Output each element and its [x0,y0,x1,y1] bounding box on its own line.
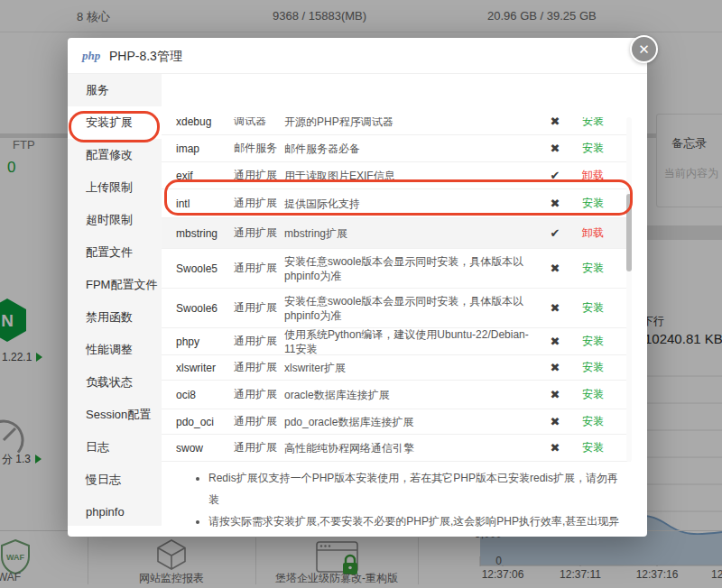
sidebar-item-phpinfo[interactable]: phpinfo [68,496,162,526]
php-logo: php [82,49,100,63]
ext-name: oci8 [162,389,234,401]
stat-disk: 20.96 GB / 39.25 GB [487,9,597,23]
monitor-card-label: 网站监控报表 [90,571,253,586]
php-manage-modal: php PHP-8.3管理 ✕ 服务安装扩展配置修改上传限制超时限制配置文件FP… [68,38,647,537]
not-installed-x-icon: ✖ [541,361,569,374]
not-installed-x-icon: ✖ [541,415,569,428]
memo-card [656,114,722,207]
table-scrollbar-thumb[interactable] [626,194,632,271]
modal-header: php PHP-8.3管理 [68,38,647,74]
install-link-swow[interactable]: 安装 [569,440,616,455]
install-link-xlswriter[interactable]: 安装 [569,360,616,375]
ext-name: exif [162,170,234,182]
ext-type: 通用扩展 [234,387,284,402]
ext-type: 通用扩展 [234,261,284,276]
ext-type: 通用扩展 [234,440,284,455]
x-tick: 12 [711,568,722,581]
install-link-phpy[interactable]: 安装 [569,334,616,349]
ext-desc: pdo_oracle数据库连接扩展 [284,415,541,429]
not-installed-x-icon: ✖ [541,142,569,155]
install-link-intl[interactable]: 安装 [569,196,616,211]
not-installed-x-icon: ✖ [541,441,569,455]
installed-check-icon: ✔ [541,169,569,182]
x-tick: 12:37:16 [630,568,684,581]
load-score: 分 1.3 [2,452,42,467]
sidebar-item-服务[interactable]: 服务 [68,74,162,106]
sidebar-item-配置修改[interactable]: 配置修改 [68,139,162,171]
sidebar-item-Session配置[interactable]: Session配置 [68,399,162,431]
ext-desc: 提供国际化支持 [284,197,541,211]
ext-name: swow [162,442,234,455]
sidebar-item-上传限制[interactable]: 上传限制 [68,171,162,204]
ext-desc: 用于读取图片EXIF信息 [284,169,541,183]
table-row-exif: exif通用扩展用于读取图片EXIF信息✔卸载 [162,162,631,189]
table-row-mbstring: mbstring通用扩展mbstring扩展✔卸载 [162,218,631,249]
close-icon[interactable]: ✕ [630,35,658,63]
sidebar-item-性能调整[interactable]: 性能调整 [68,334,162,366]
ext-desc: 使用系统Python编译，建议使用Ubuntu-22/Debian-11安装 [284,327,541,356]
installed-check-icon: ✔ [541,226,569,240]
ext-name: intl [162,198,234,210]
table-row-pdo_oci: pdo_oci通用扩展pdo_oracle数据库连接扩展✖安装 [162,409,631,435]
svg-text:WAF: WAF [6,553,24,562]
sidebar-item-配置文件[interactable]: 配置文件 [68,236,162,269]
ext-name: imap [162,142,234,155]
sidebar-item-日志[interactable]: 日志 [68,431,162,464]
memo-title: 备忘录 [671,135,707,152]
not-installed-x-icon: ✖ [541,335,569,348]
ext-name: Swoole5 [162,262,234,275]
stat-memory: 9368 / 15883(MB) [273,9,366,23]
table-scrollbar-track [626,117,632,462]
install-link-Swoole6[interactable]: 安装 [569,300,616,316]
stat-cpu: 8 核心 [77,9,110,25]
not-installed-x-icon: ✖ [541,388,569,401]
svg-text:N: N [1,311,14,330]
ext-name: xlswriter [162,362,234,374]
ext-name: xdebug [162,117,234,128]
install-link-pdo_oci[interactable]: 安装 [569,414,616,429]
modal-title: PHP-8.3管理 [109,49,182,65]
ftp-label: FTP [13,138,35,152]
waf-card-label: WAF [0,571,36,583]
ext-desc: oracle数据库连接扩展 [284,388,541,402]
install-link-imap[interactable]: 安装 [569,141,616,156]
sidebar-item-禁用函数[interactable]: 禁用函数 [68,301,162,334]
sidebar-item-安装扩展[interactable]: 安装扩展 [68,106,162,139]
table-row-imap: imap邮件服务邮件服务器必备✖安装 [162,135,631,162]
ext-type: 通用扩展 [234,414,284,429]
modal-content: xdebug调试器开源的PHP程序调试器✖安装imap邮件服务邮件服务器必备✖安… [162,74,647,537]
table-row-Swoole5: Swoole5通用扩展安装任意swoole版本会显示同时安装，具体版本以phpi… [162,249,631,289]
table-row-phpy: phpy通用扩展使用系统Python编译，建议使用Ubuntu-22/Debia… [162,328,631,355]
ext-desc: 邮件服务器必备 [284,142,541,156]
table-row-oci8: oci8通用扩展oracle数据库连接扩展✖安装 [162,381,631,409]
sidebar-item-超时限制[interactable]: 超时限制 [68,204,162,236]
y-tick-0: 0 [457,555,502,567]
table-row-xdebug: xdebug调试器开源的PHP程序调试器✖安装 [162,117,631,135]
ext-type: 邮件服务 [234,141,284,156]
sidebar-item-FPM配置文件[interactable]: FPM配置文件 [68,269,162,301]
ext-desc: 安装任意swoole版本会显示同时安装，具体版本以phpinfo为准 [284,294,541,323]
nginx-logo-icon: N [0,297,29,342]
x-tick: 12:37:11 [553,568,607,581]
notes-list: Redis扩展仅支持一个PHP版本安装使用，若在其它PHP版本已安装redis扩… [196,467,629,537]
ext-desc: 开源的PHP程序调试器 [284,117,541,129]
load-score-text: 分 1.3 [2,453,31,465]
not-installed-x-icon: ✖ [541,117,569,128]
sidebar-item-慢日志[interactable]: 慢日志 [68,464,162,496]
ext-type: 通用扩展 [234,360,284,375]
legend-downlink-value: 10240.81 KB [644,331,722,346]
table-row-intl: intl通用扩展提供国际化支持✖安装 [162,189,631,218]
sidebar-item-负载状态[interactable]: 负载状态 [68,366,162,399]
uninstall-link-exif[interactable]: 卸载 [569,168,616,183]
table-row-xlswriter: xlswriter通用扩展xlswriter扩展✖安装 [162,355,631,381]
table-row-Swoole6: Swoole6通用扩展安装任意swoole版本会显示同时安装，具体版本以phpi… [162,289,631,328]
ext-type: 通用扩展 [234,225,284,241]
note-item: Redis扩展仅支持一个PHP版本安装使用，若在其它PHP版本已安装redis扩… [208,467,629,510]
table-row-swow: swow通用扩展高性能纯协程网络通信引擎✖安装 [162,435,631,462]
uninstall-link-mbstring[interactable]: 卸载 [569,225,616,241]
install-link-xdebug[interactable]: 安装 [569,117,616,129]
ext-desc: mbstring扩展 [284,226,541,241]
install-link-Swoole5[interactable]: 安装 [569,261,616,276]
ext-desc: 安装任意swoole版本会显示同时安装，具体版本以phpinfo为准 [284,254,541,283]
install-link-oci8[interactable]: 安装 [569,387,616,402]
